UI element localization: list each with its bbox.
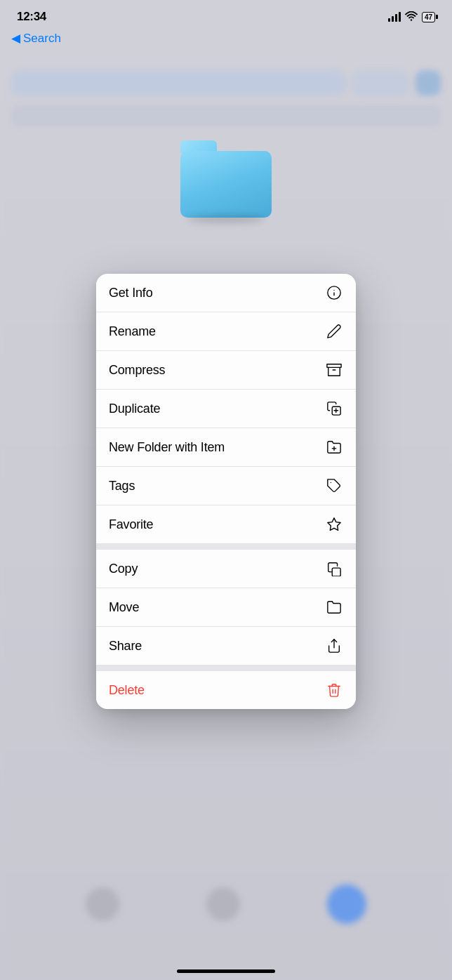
menu-item-new-folder-with-item[interactable]: New Folder with Item	[96, 428, 356, 467]
nav-back[interactable]: ◀ Search	[0, 29, 452, 53]
folder-icon	[180, 140, 272, 218]
wifi-icon	[405, 11, 418, 23]
tag-icon	[325, 477, 343, 495]
share-icon	[325, 637, 343, 655]
menu-label-delete: Delete	[109, 683, 145, 698]
bg-toolbar	[11, 70, 441, 102]
menu-item-share[interactable]: Share	[96, 627, 356, 666]
pencil-icon	[325, 322, 343, 340]
menu-separator-2	[96, 666, 356, 671]
menu-separator-1	[96, 544, 356, 550]
duplicate-icon	[325, 399, 343, 418]
menu-label-copy: Copy	[109, 562, 138, 576]
menu-label-share: Share	[109, 639, 142, 654]
menu-label-compress: Compress	[109, 363, 165, 378]
bg-tab-1	[86, 887, 119, 921]
menu-item-rename[interactable]: Rename	[96, 312, 356, 351]
menu-label-new-folder-with-item: New Folder with Item	[109, 440, 225, 455]
menu-item-duplicate[interactable]: Duplicate	[96, 390, 356, 428]
svg-rect-4	[327, 364, 341, 368]
menu-item-get-info[interactable]: Get Info	[96, 274, 356, 312]
folder-icon-menu	[325, 598, 343, 616]
menu-label-move: Move	[109, 600, 139, 615]
status-icons: 47	[388, 11, 435, 23]
menu-label-tags: Tags	[109, 479, 135, 494]
menu-label-duplicate: Duplicate	[109, 402, 160, 416]
star-icon	[325, 515, 343, 534]
bg-row	[11, 105, 441, 126]
status-time: 12:34	[17, 10, 46, 24]
back-arrow-icon: ◀	[11, 31, 20, 46]
back-label: Search	[23, 32, 61, 46]
copy-icon	[325, 559, 343, 578]
svg-marker-12	[328, 518, 340, 530]
archive-icon	[325, 361, 343, 379]
context-menu: Get Info Rename Compress Duplica	[96, 274, 356, 709]
menu-item-delete[interactable]: Delete	[96, 671, 356, 709]
folder-container	[180, 140, 272, 218]
svg-rect-13	[332, 568, 340, 576]
bg-bottom-tabs	[0, 885, 452, 924]
svg-point-0	[411, 19, 412, 20]
trash-icon	[325, 681, 343, 699]
home-indicator	[177, 969, 275, 973]
bg-tab-2	[206, 887, 240, 921]
menu-label-favorite: Favorite	[109, 517, 153, 532]
menu-item-tags[interactable]: Tags	[96, 467, 356, 505]
folder-plus-icon	[325, 438, 343, 456]
menu-item-favorite[interactable]: Favorite	[96, 505, 356, 544]
battery-icon: 47	[422, 12, 435, 22]
menu-item-compress[interactable]: Compress	[96, 351, 356, 390]
menu-label-get-info: Get Info	[109, 286, 152, 300]
menu-item-move[interactable]: Move	[96, 588, 356, 627]
bg-tab-3	[327, 885, 366, 924]
menu-item-copy[interactable]: Copy	[96, 550, 356, 588]
info-icon	[325, 284, 343, 302]
signal-icon	[388, 12, 401, 22]
menu-label-rename: Rename	[109, 324, 156, 339]
